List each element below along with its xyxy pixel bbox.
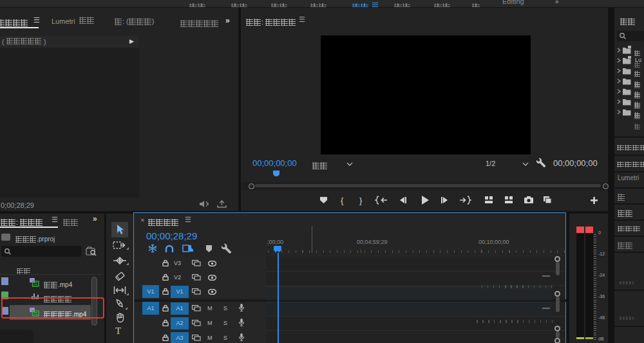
- svg-text:{: {: [341, 196, 344, 205]
- svg-text:}: }: [359, 196, 363, 205]
